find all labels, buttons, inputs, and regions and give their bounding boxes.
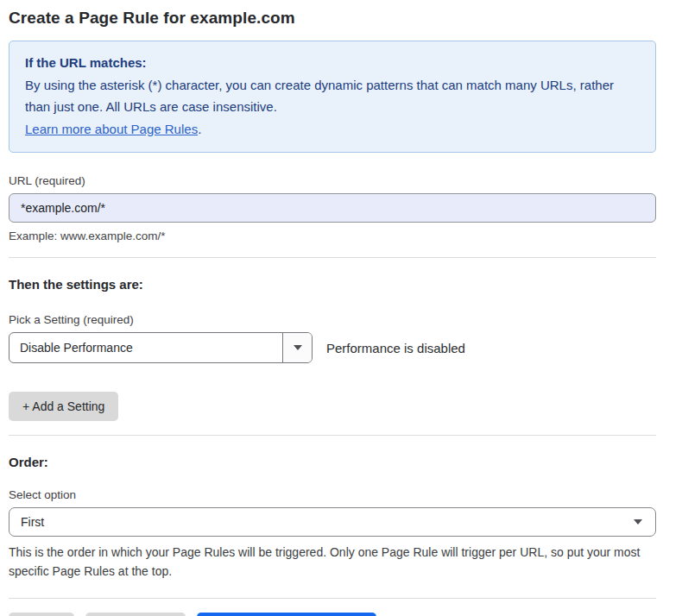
settings-section-heading: Then the settings are: <box>9 277 656 292</box>
setting-dropdown-value: Disable Performance <box>9 333 282 362</box>
url-example-text: Example: www.example.com/* <box>9 229 656 242</box>
save-and-deploy-button[interactable]: Save and Deploy Page Rule <box>197 613 376 616</box>
order-help-text: This is the order in which your Page Rul… <box>9 543 656 581</box>
order-select-value: First <box>21 515 44 529</box>
url-match-info-box: If the URL matches: By using the asteris… <box>9 41 656 153</box>
order-select-label: Select option <box>9 488 656 501</box>
page-rule-form: Create a Page Rule for example.com If th… <box>0 0 682 616</box>
caret-down-icon <box>634 519 642 525</box>
learn-more-link[interactable]: Learn more about Page Rules <box>25 122 198 136</box>
pick-setting-label: Pick a Setting (required) <box>9 313 656 326</box>
link-suffix: . <box>198 122 201 136</box>
info-box-heading: If the URL matches: <box>25 52 640 74</box>
save-as-draft-button[interactable]: Save as Draft <box>85 613 186 616</box>
divider <box>9 598 656 599</box>
cancel-button[interactable]: Cancel <box>9 613 74 616</box>
order-select[interactable]: First <box>9 507 656 537</box>
divider <box>9 435 656 436</box>
setting-row: Disable Performance Performance is disab… <box>9 332 656 363</box>
page-title: Create a Page Rule for example.com <box>9 9 656 28</box>
setting-status-text: Performance is disabled <box>326 341 465 355</box>
setting-dropdown[interactable]: Disable Performance <box>9 332 313 363</box>
setting-dropdown-arrow-button[interactable] <box>282 333 312 362</box>
order-section-heading: Order: <box>9 455 656 469</box>
add-setting-button[interactable]: + Add a Setting <box>9 392 118 421</box>
info-box-body: By using the asterisk (*) character, you… <box>25 74 640 118</box>
url-label: URL (required) <box>9 174 656 187</box>
url-input[interactable] <box>9 193 656 223</box>
info-box-link-line: Learn more about Page Rules. <box>25 118 640 141</box>
caret-down-icon <box>294 345 302 350</box>
footer-actions: Cancel Save as Draft Save and Deploy Pag… <box>9 613 656 616</box>
divider <box>9 257 656 258</box>
